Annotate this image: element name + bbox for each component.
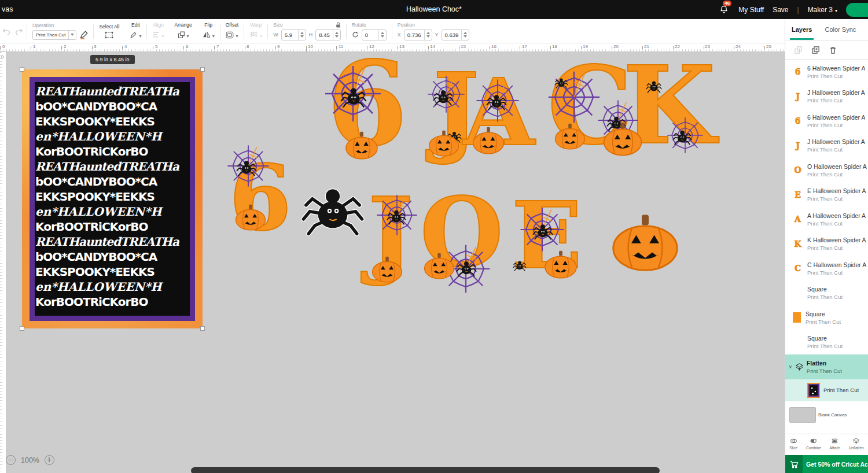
layer-thumbnail: A — [793, 213, 803, 226]
make-it-button[interactable] — [846, 3, 868, 17]
promo-banner[interactable]: Get 50% off Cricut Acc — [785, 455, 868, 473]
layer-row[interactable]: 6 6 Halloween Spider APrint Then Cut — [785, 109, 868, 134]
chevron-down-icon — [835, 6, 837, 14]
operation-select[interactable]: Print Then Cut — [32, 30, 76, 40]
lock-icon[interactable] — [336, 22, 341, 28]
pumpkin-art[interactable] — [344, 131, 380, 160]
layer-row[interactable]: J J Halloween Spider APrint Then Cut — [785, 84, 868, 109]
arrange-icon — [178, 31, 185, 39]
layer-list: 6 6 Halloween Spider APrint Then Cut J J… — [785, 60, 868, 423]
pumpkin-art[interactable] — [234, 204, 267, 231]
layer-row[interactable]: SquarePrint Then Cut — [785, 281, 868, 306]
undo-icon[interactable] — [2, 27, 10, 35]
size-group: Size W 5.9 H 8.45 — [268, 22, 346, 40]
height-input[interactable]: 8.45 — [315, 29, 341, 40]
tab-layers[interactable]: Layers — [785, 19, 818, 40]
slice-button[interactable]: Slice — [789, 437, 797, 450]
edit-group[interactable]: Edit — [124, 22, 146, 40]
layer-thumbnail: E — [793, 189, 803, 201]
group-icon[interactable] — [794, 46, 803, 54]
layer-row[interactable]: J J Halloween Spider APrint Then Cut — [785, 134, 868, 158]
spider-art[interactable] — [236, 156, 257, 177]
spider-art[interactable] — [456, 257, 477, 278]
spider-art[interactable] — [433, 86, 454, 106]
zoom-out-button[interactable] — [6, 455, 16, 465]
layer-row-child[interactable]: Print Then Cut — [785, 379, 868, 401]
big-spider-art[interactable] — [292, 175, 373, 238]
rotate-icon[interactable] — [352, 31, 359, 38]
canvas-menu-label[interactable]: vas — [2, 5, 13, 13]
arrange-label: Arrange — [174, 22, 192, 28]
select-all-group[interactable]: Select All — [94, 24, 124, 39]
spider-art[interactable] — [672, 126, 692, 146]
topbar-divider: | — [797, 6, 799, 14]
delete-icon[interactable] — [829, 46, 837, 54]
pumpkin-art[interactable] — [471, 126, 506, 154]
pumpkin-art[interactable] — [543, 250, 579, 279]
layer-thumbnail: 6 — [793, 66, 803, 78]
my-stuff-link[interactable]: My Stuff — [738, 6, 764, 14]
layer-thumbnail: J — [793, 90, 803, 102]
spider-art[interactable] — [387, 206, 406, 226]
layer-thumbnail-orange-square — [793, 312, 801, 323]
save-link[interactable]: Save — [773, 6, 788, 14]
layer-row[interactable]: C C Halloween Spider APrint Then Cut — [785, 256, 868, 281]
chevron-down-icon[interactable]: ∨ — [789, 364, 792, 369]
duplicate-icon[interactable] — [811, 46, 820, 54]
spider-art[interactable] — [513, 258, 527, 272]
selection-handle-top-left[interactable] — [20, 67, 24, 72]
rotate-label: Rotate — [352, 22, 366, 28]
pumpkin-art[interactable] — [427, 130, 461, 157]
align-group[interactable]: Align — [147, 22, 169, 40]
width-value: 5.9 — [282, 30, 298, 40]
redo-icon[interactable] — [15, 27, 23, 35]
arrange-group[interactable]: Arrange — [169, 22, 197, 40]
blank-canvas-swatch — [789, 407, 816, 423]
rotate-input[interactable]: 0 — [362, 29, 387, 40]
pumpkin-art[interactable] — [370, 256, 404, 283]
selection-handle-bottom-right[interactable] — [200, 326, 205, 331]
offset-group[interactable]: Offset — [220, 22, 244, 40]
blank-canvas-row[interactable]: Blank Canvas — [785, 401, 868, 423]
machine-selector[interactable]: Maker 3 — [808, 6, 837, 14]
edit-toolbar: Operation Print Then Cut Select All Edit… — [0, 19, 785, 43]
zoom-in-button[interactable] — [45, 455, 54, 465]
layer-row[interactable]: A A Halloween Spider APrint Then Cut — [785, 207, 868, 232]
select-all-icon — [105, 31, 113, 39]
combine-button[interactable]: Combine — [806, 437, 821, 450]
spider-art[interactable] — [646, 77, 662, 94]
flip-group[interactable]: Flip — [197, 22, 220, 40]
attach-button[interactable]: Attach — [830, 437, 840, 450]
unflatten-button[interactable]: Unflatten — [849, 437, 864, 450]
pumpkin-art[interactable] — [601, 121, 645, 156]
tab-color-sync[interactable]: Color Sync — [818, 19, 862, 40]
layer-row[interactable]: SquarePrint Then Cut — [785, 305, 868, 330]
big-pumpkin-art[interactable] — [608, 213, 683, 272]
width-input[interactable]: 5.9 — [281, 29, 306, 40]
spider-art[interactable] — [486, 90, 507, 111]
selection-handle-bottom-left[interactable] — [20, 326, 24, 331]
spider-art[interactable] — [532, 220, 553, 241]
slice-label: Slice — [789, 446, 797, 450]
spider-art[interactable] — [554, 75, 568, 89]
notifications-bell-icon[interactable]: 46 — [719, 5, 730, 15]
spider-art[interactable] — [340, 82, 367, 109]
pen-color-icon[interactable] — [79, 31, 88, 39]
layer-row[interactable]: E E Halloween Spider APrint Then Cut — [785, 183, 868, 208]
position-y-input[interactable]: 0.639 — [442, 29, 470, 40]
pumpkin-art[interactable] — [553, 123, 587, 150]
design-canvas[interactable]: 5.9 in x 8.45 in REATHauntedTREATHabOO*C… — [0, 52, 785, 473]
position-x-input[interactable]: 0.736 — [404, 29, 432, 40]
layer-row[interactable]: SquarePrint Then Cut — [785, 330, 868, 355]
position-x-value: 0.736 — [404, 30, 424, 40]
layer-actions-bar: Slice Combine Attach Unflatten — [785, 434, 868, 455]
layer-row[interactable]: O O Halloween Spider APrint Then Cut — [785, 158, 868, 183]
halloween-pattern-image[interactable]: REATHauntedTREATHabOO*CANDYBOO*CA EKKSPO… — [22, 69, 203, 328]
pumpkin-art[interactable] — [422, 252, 456, 279]
layer-row[interactable]: 6 6 Halloween Spider APrint Then Cut — [785, 60, 868, 84]
layer-row-selected[interactable]: ∨ FlattenPrint Then Cut — [785, 354, 868, 379]
zoom-level: 100% — [21, 456, 39, 464]
selection-handle-top-right[interactable] — [200, 67, 205, 72]
warp-group[interactable]: Warp — [244, 22, 267, 40]
layer-row[interactable]: K K Halloween Spider APrint Then Cut — [785, 232, 868, 257]
